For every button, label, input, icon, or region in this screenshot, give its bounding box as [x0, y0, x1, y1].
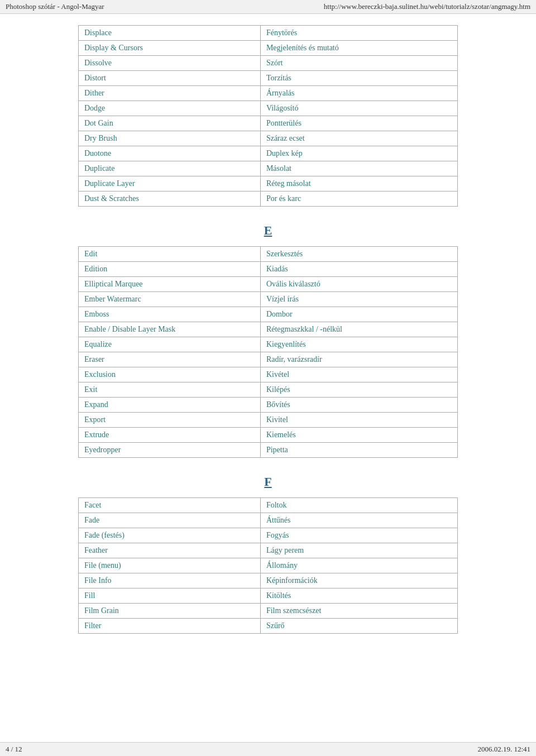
hungarian-term: Kiemelés [260, 428, 457, 443]
table-row: DodgeVilágosító [79, 101, 458, 116]
table-row: File (menu)Állomány [79, 558, 458, 573]
english-term: Film Grain [79, 604, 261, 619]
english-term: Elliptical Marquee [79, 277, 261, 292]
hungarian-term: Kitöltés [260, 588, 457, 604]
dictionary-table: EditSzerkesztésEditionKiadásElliptical M… [78, 246, 458, 458]
hungarian-term: Pontterülés [260, 116, 457, 131]
table-row: EmbossDombor [79, 307, 458, 322]
hungarian-term: Lágy perem [260, 543, 457, 558]
english-term: Eraser [79, 352, 261, 367]
hungarian-term: Torzítás [260, 71, 457, 86]
page-title: Photoshop szótár - Angol-Magyar [6, 2, 104, 11]
hungarian-term: Megjelenítés és mutató [260, 41, 457, 56]
page-url: http://www.bereczki-baja.sulinet.hu/webi… [324, 2, 530, 11]
english-term: Duotone [79, 146, 261, 161]
english-term: Dodge [79, 101, 261, 116]
english-term: Exclusion [79, 367, 261, 382]
table-row: EditSzerkesztés [79, 247, 458, 262]
table-row: EyedropperPipetta [79, 443, 458, 458]
table-row: DitherÁrnyalás [79, 86, 458, 101]
table-row: Fade (festés)Fogyás [79, 528, 458, 543]
table-row: File InfoKépinformációk [79, 573, 458, 588]
hungarian-term: Kivétel [260, 367, 457, 382]
english-term: Enable / Disable Layer Mask [79, 322, 261, 337]
hungarian-term: Áttűnés [260, 513, 457, 528]
english-term: Dissolve [79, 56, 261, 71]
hungarian-term: Rétegmaszkkal / -nélkül [260, 322, 457, 337]
table-row: DissolveSzórt [79, 56, 458, 71]
table-row: EqualizeKiegyenlítés [79, 337, 458, 352]
english-term: Display & Cursors [79, 41, 261, 56]
english-term: Fade (festés) [79, 528, 261, 543]
table-row: Duplicate LayerRéteg másolat [79, 176, 458, 192]
english-term: Emboss [79, 307, 261, 322]
hungarian-term: Állomány [260, 558, 457, 573]
table-row: DuplicateMásolat [79, 161, 458, 176]
english-term: File (menu) [79, 558, 261, 573]
table-row: Dry BrushSzáraz ecset [79, 131, 458, 146]
table-row: EraserRadír, varázsradír [79, 352, 458, 367]
table-row: ExpandBővítés [79, 398, 458, 413]
hungarian-term: Ovális kiválasztó [260, 277, 457, 292]
english-term: Edit [79, 247, 261, 262]
table-row: ExportKivitel [79, 413, 458, 428]
table-row: FadeÁttűnés [79, 513, 458, 528]
english-term: Distort [79, 71, 261, 86]
table-row: Enable / Disable Layer MaskRétegmaszkkal… [79, 322, 458, 337]
english-term: Fade [79, 513, 261, 528]
hungarian-term: Duplex kép [260, 146, 457, 161]
hungarian-term: Foltok [260, 498, 457, 513]
table-row: Film GrainFilm szemcsészet [79, 604, 458, 619]
hungarian-term: Szűrő [260, 619, 457, 634]
hungarian-term: Másolat [260, 161, 457, 176]
english-term: Export [79, 413, 261, 428]
english-term: Exit [79, 382, 261, 398]
hungarian-term: Világosító [260, 101, 457, 116]
table-row: Ember WatermarcVízjel írás [79, 292, 458, 307]
hungarian-term: Bővítés [260, 398, 457, 413]
table-row: ExtrudeKiemelés [79, 428, 458, 443]
table-row: Display & CursorsMegjelenítés és mutató [79, 41, 458, 56]
english-term: File Info [79, 573, 261, 588]
english-term: Facet [79, 498, 261, 513]
hungarian-term: Kiadás [260, 262, 457, 277]
table-row: Dot GainPontterülés [79, 116, 458, 131]
hungarian-term: Szórt [260, 56, 457, 71]
dictionary-table: FacetFoltokFadeÁttűnésFade (festés)Fogyá… [78, 497, 458, 634]
hungarian-term: Radír, varázsradír [260, 352, 457, 367]
table-row: Elliptical MarqueeOvális kiválasztó [79, 277, 458, 292]
table-row: ExitKilépés [79, 382, 458, 398]
hungarian-term: Dombor [260, 307, 457, 322]
hungarian-term: Film szemcsészet [260, 604, 457, 619]
english-term: Dot Gain [79, 116, 261, 131]
section-header-e: E [78, 223, 458, 238]
hungarian-term: Fogyás [260, 528, 457, 543]
english-term: Feather [79, 543, 261, 558]
table-row: EditionKiadás [79, 262, 458, 277]
table-row: ExclusionKivétel [79, 367, 458, 382]
hungarian-term: Képinformációk [260, 573, 457, 588]
table-row: FeatherLágy perem [79, 543, 458, 558]
hungarian-term: Szerkesztés [260, 247, 457, 262]
english-term: Displace [79, 26, 261, 41]
english-term: Duplicate [79, 161, 261, 176]
hungarian-term: Kilépés [260, 382, 457, 398]
hungarian-term: Kivitel [260, 413, 457, 428]
english-term: Dither [79, 86, 261, 101]
table-row: DisplaceFénytörés [79, 26, 458, 41]
hungarian-term: Vízjel írás [260, 292, 457, 307]
english-term: Filter [79, 619, 261, 634]
hungarian-term: Árnyalás [260, 86, 457, 101]
table-row: DistortTorzítás [79, 71, 458, 86]
table-row: FacetFoltok [79, 498, 458, 513]
top-bar: Photoshop szótár - Angol-Magyar http://w… [0, 0, 536, 14]
table-row: FillKitöltés [79, 588, 458, 604]
english-term: Extrude [79, 428, 261, 443]
hungarian-term: Fénytörés [260, 26, 457, 41]
table-row: FilterSzűrő [79, 619, 458, 634]
hungarian-term: Száraz ecset [260, 131, 457, 146]
english-term: Equalize [79, 337, 261, 352]
hungarian-term: Kiegyenlítés [260, 337, 457, 352]
hungarian-term: Por és karc [260, 192, 457, 207]
english-term: Dry Brush [79, 131, 261, 146]
